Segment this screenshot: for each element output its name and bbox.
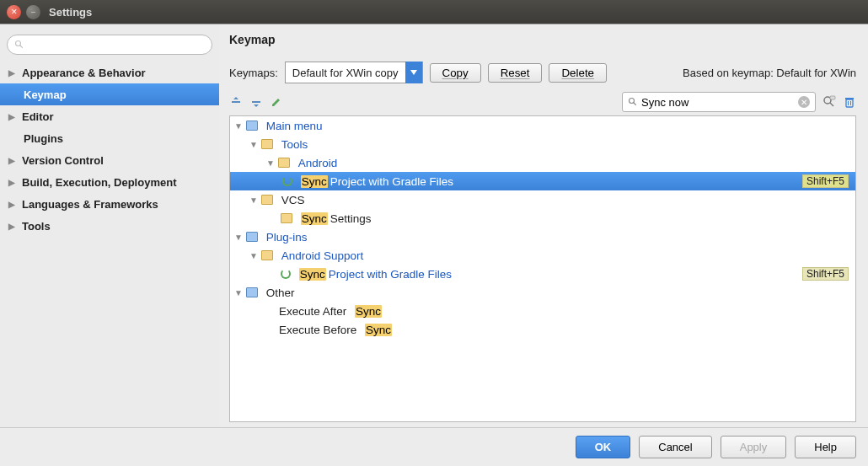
highlight: Sync xyxy=(365,324,392,336)
copy-button[interactable]: Copy xyxy=(430,63,481,83)
edit-icon[interactable] xyxy=(270,95,283,109)
sidebar-item-label: Appearance & Behavior xyxy=(22,67,146,79)
svg-rect-8 xyxy=(830,96,835,99)
find-by-shortcut-icon[interactable] xyxy=(822,95,836,109)
sidebar-item-label: Build, Execution, Deployment xyxy=(22,176,176,189)
sidebar-item-keymap[interactable]: Keymap xyxy=(0,83,219,105)
sidebar-item-label: Editor xyxy=(22,110,54,123)
based-on-label: Based on keymap: Default for XWin xyxy=(683,67,856,79)
tree-leaf-exec-after[interactable]: Execute After Sync xyxy=(230,302,855,320)
tree-label: Tools xyxy=(281,138,308,151)
svg-rect-2 xyxy=(232,101,240,103)
dialog-footer: OK Cancel Apply Help xyxy=(0,427,868,466)
svg-rect-10 xyxy=(845,98,854,99)
page-title: Keymap xyxy=(229,33,856,46)
sidebar-item-label: Tools xyxy=(22,220,51,233)
help-button[interactable]: Help xyxy=(795,436,856,458)
cancel-button[interactable]: Cancel xyxy=(639,436,711,458)
sidebar-item-plugins[interactable]: Plugins xyxy=(0,127,219,149)
action-tree[interactable]: ▼ Main menu ▼ Tools ▼ Android Sync Proje… xyxy=(229,115,856,422)
svg-point-4 xyxy=(630,99,635,104)
sidebar-item-editor[interactable]: ▶Editor xyxy=(0,105,219,127)
sidebar-item-appearance[interactable]: ▶Appearance & Behavior xyxy=(0,62,219,83)
folder-icon xyxy=(246,121,258,131)
folder-icon xyxy=(246,287,258,297)
ok-button[interactable]: OK xyxy=(576,436,631,458)
svg-rect-3 xyxy=(252,101,260,103)
sidebar-item-version-control[interactable]: ▶Version Control xyxy=(0,149,219,171)
keymap-select-value: Default for XWin copy xyxy=(286,67,405,79)
apply-button: Apply xyxy=(721,436,787,458)
toolbar-row: ✕ xyxy=(229,92,856,112)
folder-icon xyxy=(281,213,292,223)
trash-icon[interactable] xyxy=(843,95,856,109)
close-window-button[interactable]: ✕ xyxy=(7,5,21,19)
keymaps-label: Keymaps: xyxy=(229,67,278,79)
tree-label: Settings xyxy=(330,212,372,225)
highlight: Sync xyxy=(299,268,326,281)
tree-node-other[interactable]: ▼ Other xyxy=(230,283,855,302)
tree-node-android-support[interactable]: ▼ Android Support xyxy=(230,246,855,265)
chevron-down-icon[interactable] xyxy=(405,62,422,83)
tree-leaf-sync-gradle-plugin[interactable]: Sync Project with Gradle FilesShift+F5 xyxy=(230,265,855,283)
titlebar: ✕ – Settings xyxy=(0,0,868,24)
search-icon xyxy=(14,40,24,50)
tree-node-tools[interactable]: ▼ Tools xyxy=(230,135,855,153)
keyboard-shortcut: Shift+F5 xyxy=(802,174,849,188)
sidebar-item-label: Languages & Frameworks xyxy=(22,198,158,211)
sidebar-item-languages[interactable]: ▶Languages & Frameworks xyxy=(0,193,219,215)
window-title: Settings xyxy=(49,6,92,19)
sidebar-item-build[interactable]: ▶Build, Execution, Deployment xyxy=(0,171,219,193)
sidebar: ▶Appearance & Behavior Keymap ▶Editor Pl… xyxy=(0,24,219,427)
tree-node-plugins[interactable]: ▼ Plug-ins xyxy=(230,228,855,246)
highlight: Sync xyxy=(355,305,382,318)
minimize-window-button[interactable]: – xyxy=(26,5,40,19)
svg-line-1 xyxy=(20,46,23,48)
tree-label: Plug-ins xyxy=(266,231,308,244)
sync-icon xyxy=(282,176,292,186)
tree-label: VCS xyxy=(281,194,305,206)
tree-node-main-menu[interactable]: ▼ Main menu xyxy=(230,116,855,135)
sync-icon xyxy=(281,269,291,279)
clear-search-button[interactable]: ✕ xyxy=(798,96,810,108)
keymap-select[interactable]: Default for XWin copy xyxy=(285,62,423,83)
body: ▶Appearance & Behavior Keymap ▶Editor Pl… xyxy=(0,24,868,427)
search-icon xyxy=(628,97,638,107)
folder-icon xyxy=(246,232,258,242)
tree-label: Other xyxy=(266,287,295,299)
keyboard-shortcut: Shift+F5 xyxy=(802,267,849,281)
folder-icon xyxy=(278,158,290,168)
svg-point-0 xyxy=(16,41,21,46)
highlight: Sync xyxy=(301,212,328,225)
folder-icon xyxy=(261,139,273,149)
folder-icon xyxy=(261,250,273,260)
reset-button[interactable]: Reset xyxy=(488,63,543,83)
collapse-all-icon[interactable] xyxy=(249,95,263,109)
sidebar-item-tools[interactable]: ▶Tools xyxy=(0,215,219,237)
highlight: Sync xyxy=(301,175,328,188)
action-search-input[interactable] xyxy=(641,96,795,109)
tree-label: Project with Gradle Files xyxy=(329,268,452,281)
tree-label: Android xyxy=(298,157,338,169)
tree-node-android[interactable]: ▼ Android xyxy=(230,153,855,172)
tree-label: Main menu xyxy=(266,120,323,132)
action-search[interactable]: ✕ xyxy=(622,92,816,112)
sidebar-item-label: Keymap xyxy=(24,88,67,101)
delete-button[interactable]: Delete xyxy=(549,63,607,83)
sidebar-item-label: Plugins xyxy=(24,132,63,145)
sidebar-search-input[interactable] xyxy=(28,39,205,51)
keymaps-row: Keymaps: Default for XWin copy Copy Rese… xyxy=(229,62,856,83)
tree-label: Execute After xyxy=(279,305,346,318)
tree-leaf-exec-before[interactable]: Execute Before Sync xyxy=(230,320,855,339)
svg-line-7 xyxy=(830,103,833,106)
tree-node-vcs[interactable]: ▼ VCS xyxy=(230,190,855,209)
tree-label: Android Support xyxy=(281,249,364,262)
tree-label: Execute Before xyxy=(279,324,356,336)
svg-line-5 xyxy=(634,103,636,105)
expand-all-icon[interactable] xyxy=(229,95,243,109)
tree-leaf-sync-settings[interactable]: Sync Settings xyxy=(230,209,855,228)
tree-leaf-sync-gradle[interactable]: Sync Project with Gradle FilesShift+F5 xyxy=(230,172,855,190)
sidebar-item-label: Version Control xyxy=(22,154,104,167)
folder-icon xyxy=(261,195,273,205)
sidebar-search[interactable] xyxy=(7,35,212,55)
